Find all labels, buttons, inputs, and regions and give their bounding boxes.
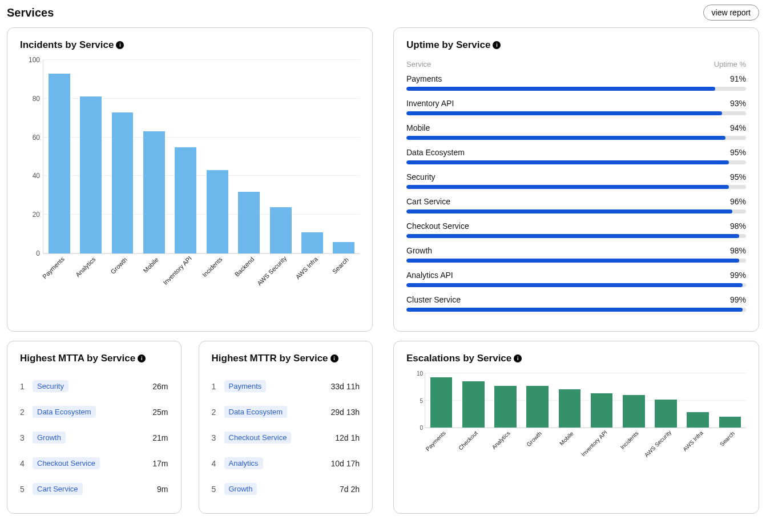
rank-number: 2: [20, 408, 27, 417]
uptime-item: Mobile94%: [406, 123, 746, 140]
info-icon[interactable]: i: [138, 354, 146, 362]
rank-number: 3: [20, 433, 27, 442]
service-chip[interactable]: Cart Service: [33, 483, 83, 495]
uptime-value: 91%: [730, 74, 746, 83]
uptime-col-uptime: Uptime %: [714, 60, 746, 68]
bar[interactable]: [175, 147, 196, 253]
bar[interactable]: [49, 74, 70, 253]
uptime-item: Security95%: [406, 172, 746, 189]
rank-value: 26m: [152, 382, 168, 391]
uptime-bar[interactable]: [406, 259, 746, 263]
x-category-label: AWS Infra: [294, 255, 319, 280]
uptime-bar[interactable]: [406, 160, 746, 164]
rank-value: 25m: [152, 408, 168, 417]
uptime-bar[interactable]: [406, 209, 746, 213]
uptime-col-service: Service: [406, 60, 431, 68]
service-chip[interactable]: Growth: [224, 483, 257, 495]
x-category-label: Growth: [109, 256, 128, 275]
service-chip[interactable]: Data Ecosystem: [33, 406, 96, 418]
uptime-item: Checkout Service98%: [406, 221, 746, 238]
y-tick: 20: [23, 211, 40, 219]
bar[interactable]: [270, 207, 292, 253]
bar[interactable]: [238, 192, 260, 253]
uptime-bar[interactable]: [406, 136, 746, 140]
x-category-label: Incidents: [619, 430, 639, 450]
service-chip[interactable]: Analytics: [224, 457, 263, 469]
uptime-item: Growth98%: [406, 246, 746, 263]
info-icon[interactable]: i: [514, 354, 522, 362]
uptime-bar[interactable]: [406, 185, 746, 189]
rank-value: 9m: [157, 485, 168, 494]
bar[interactable]: [80, 96, 102, 253]
bar[interactable]: [655, 400, 677, 428]
uptime-item: Data Ecosystem95%: [406, 148, 746, 164]
x-category-label: Backend: [233, 256, 256, 278]
bar[interactable]: [143, 131, 165, 253]
bar[interactable]: [333, 242, 354, 253]
uptime-item: Cart Service96%: [406, 197, 746, 213]
uptime-value: 99%: [730, 295, 746, 304]
x-category-label: Search: [331, 256, 350, 275]
rank-number: 4: [20, 459, 27, 468]
uptime-bar[interactable]: [406, 283, 746, 287]
bar[interactable]: [623, 395, 645, 428]
incidents-panel: Incidents by Service i 020406080100 Paym…: [7, 27, 373, 332]
bar[interactable]: [207, 170, 228, 253]
uptime-value: 95%: [730, 172, 746, 182]
uptime-bar[interactable]: [406, 111, 746, 115]
mtta-panel: Highest MTTA by Service i 1Security26m2D…: [7, 341, 182, 514]
view-report-button[interactable]: view report: [703, 5, 759, 21]
bar[interactable]: [112, 112, 134, 253]
info-icon[interactable]: i: [493, 41, 501, 49]
rank-value: 21m: [152, 433, 168, 442]
x-category-label: Analytics: [74, 256, 97, 279]
rank-number: 1: [20, 382, 27, 391]
rank-number: 1: [212, 382, 219, 391]
bar[interactable]: [526, 386, 549, 428]
mttr-panel: Highest MTTR by Service i 1Payments33d 1…: [199, 341, 373, 514]
rank-row: 1Payments33d 11h: [212, 373, 360, 399]
y-tick: 0: [408, 425, 423, 431]
uptime-bar[interactable]: [406, 234, 746, 238]
uptime-service-name: Growth: [406, 246, 432, 255]
service-chip[interactable]: Growth: [33, 432, 66, 444]
rank-row: 2Data Ecosystem25m: [20, 399, 168, 425]
bar[interactable]: [591, 393, 613, 428]
bar[interactable]: [687, 412, 709, 428]
bar[interactable]: [301, 232, 323, 253]
bar[interactable]: [559, 389, 581, 428]
service-chip[interactable]: Checkout Service: [33, 457, 100, 469]
rank-number: 4: [212, 459, 219, 468]
bar[interactable]: [494, 386, 517, 428]
uptime-service-name: Cluster Service: [406, 295, 461, 304]
service-chip[interactable]: Data Ecosystem: [224, 406, 288, 418]
uptime-panel-title: Uptime by Service: [406, 39, 490, 51]
page-title: Services: [7, 6, 54, 19]
uptime-value: 93%: [730, 99, 746, 108]
uptime-service-name: Data Ecosystem: [406, 148, 465, 157]
y-tick: 60: [23, 134, 40, 142]
service-chip[interactable]: Security: [33, 380, 68, 392]
info-icon[interactable]: i: [330, 354, 338, 362]
uptime-bar[interactable]: [406, 87, 746, 91]
info-icon[interactable]: i: [116, 41, 124, 49]
rank-value: 12d 1h: [335, 433, 360, 442]
rank-row: 5Cart Service9m: [20, 476, 168, 502]
bar[interactable]: [462, 381, 485, 428]
uptime-service-name: Inventory API: [406, 99, 454, 108]
x-category-label: Mobile: [142, 256, 160, 274]
y-tick: 100: [23, 56, 40, 64]
bar[interactable]: [719, 417, 741, 428]
uptime-service-name: Checkout Service: [406, 221, 469, 231]
incidents-panel-title: Incidents by Service: [20, 39, 114, 51]
service-chip[interactable]: Payments: [224, 380, 267, 392]
escalations-panel: Escalations by Service i 0510 PaymentsCh…: [393, 341, 759, 514]
y-tick: 80: [23, 95, 40, 103]
x-category-label: Checkout: [458, 430, 479, 452]
service-chip[interactable]: Checkout Service: [224, 432, 292, 444]
uptime-bar[interactable]: [406, 308, 746, 312]
bar[interactable]: [430, 377, 453, 428]
rank-value: 29d 13h: [330, 408, 360, 417]
rank-row: 1Security26m: [20, 373, 168, 399]
y-tick: 40: [23, 172, 40, 180]
